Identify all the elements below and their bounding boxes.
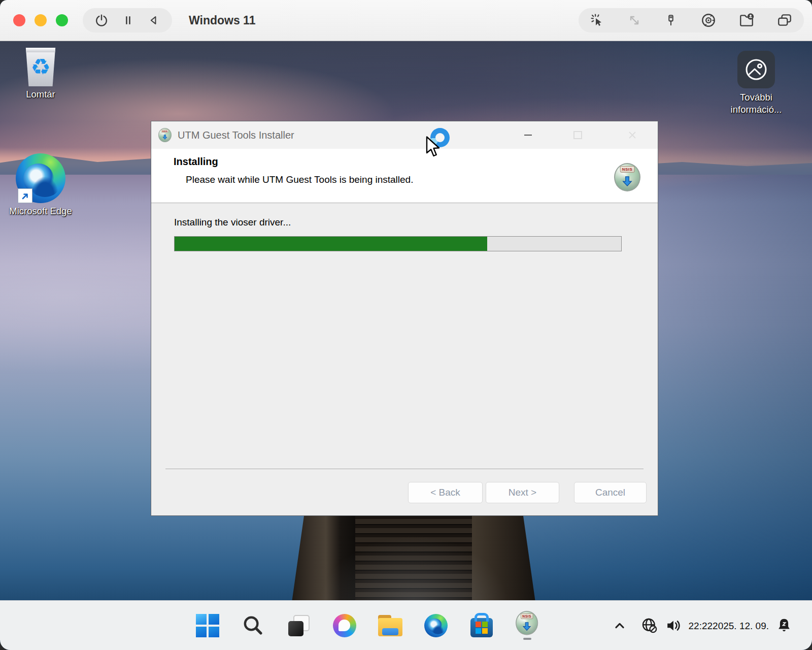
usb-icon[interactable] [664,13,678,27]
minimize-traffic-light[interactable] [35,14,47,26]
notification-bell-icon[interactable] [775,616,793,635]
nsis-installer-button[interactable]: NSIS [504,601,550,650]
wallpaper-pier [292,516,535,602]
nsis-taskbar-icon: NSIS [516,611,539,636]
cancel-button[interactable]: Cancel [574,482,647,503]
pause-icon[interactable] [121,14,134,27]
resize-icon[interactable] [627,13,642,28]
capture-cursor-icon[interactable] [590,13,605,28]
desktop-icon-label: További információ... [724,91,789,116]
macos-titlebar: Windows 11 [0,0,812,41]
desktop-icon-more-info[interactable]: További információ... [724,51,789,116]
back-button[interactable]: < Back [408,482,483,503]
no-internet-icon[interactable] [640,616,659,635]
search-icon [242,614,264,637]
desktop-icon-label: Lomtár [8,88,73,101]
desktop-icon-edge[interactable]: Microsoft Edge [8,153,73,217]
shared-folder-icon[interactable] [738,12,755,28]
dialog-subheading: Please wait while UTM Guest Tools is bei… [186,174,413,185]
vm-title: Windows 11 [189,0,255,41]
dialog-separator [165,469,644,470]
displays-icon[interactable] [776,12,793,28]
zoom-traffic-light[interactable] [56,14,68,26]
progress-bar-fill [175,237,487,251]
shortcut-arrow-icon [18,188,32,203]
hidden-icons-chevron[interactable] [612,618,627,633]
cd-drive-icon[interactable] [700,12,717,28]
eject-icon[interactable] [147,14,160,27]
maximize-button[interactable] [563,121,592,149]
volume-icon[interactable] [664,616,684,635]
utm-vm-window: Windows 11 [0,0,812,650]
file-explorer-icon [378,615,402,636]
desktop-icon-label: Microsoft Edge [8,205,73,217]
dialog-heading: Installing [174,156,218,168]
edge-icon [16,153,65,203]
next-button[interactable]: Next > [486,482,559,503]
dialog-titlebar[interactable]: NSIS UTM Guest Tools Installer [151,121,658,149]
photo-icon [737,51,775,88]
close-traffic-light[interactable] [13,14,25,26]
power-icon[interactable] [94,13,109,27]
taskbar-icons: NSIS [185,601,550,650]
nsis-header-icon: NSIS [614,163,640,191]
edge-button[interactable] [413,601,459,650]
desktop-icon-recycle-bin[interactable]: Lomtár [8,48,73,101]
start-button[interactable] [185,601,230,650]
screen: Windows 11 [0,0,812,650]
tray-time: 22:22 [689,620,713,631]
installer-dialog: NSIS UTM Guest Tools Installer Installin… [151,121,658,516]
utm-toolbar [579,8,804,32]
task-view-icon [287,614,311,637]
copilot-button[interactable] [322,601,367,650]
progress-bar [174,236,622,251]
clock[interactable]: 22:22 2025. 12. 09. [689,620,769,631]
running-app-indicator [523,638,531,640]
file-explorer-button[interactable] [367,601,413,650]
edge-taskbar-icon [424,614,448,637]
windows-taskbar: NSIS 22:22 2025. 12. 09. [0,600,812,650]
nsis-app-icon: NSIS [158,128,173,142]
minimize-button[interactable] [514,121,542,149]
install-status-text: Installing the vioser driver... [174,217,291,228]
tray-date: 2025. 12. 09. [713,620,769,631]
vm-control-group [83,8,172,32]
task-view-button[interactable] [276,601,322,650]
close-button[interactable] [618,121,647,149]
recycle-bin-icon [25,48,56,86]
search-button[interactable] [230,601,276,650]
store-button[interactable] [459,601,504,650]
copilot-icon [333,614,356,637]
windows-logo-icon [196,614,219,637]
dialog-title: UTM Guest Tools Installer [178,121,294,149]
microsoft-store-icon [470,618,493,637]
dialog-header: Installing Please wait while UTM Guest T… [151,149,658,203]
mouse-cursor [425,136,441,159]
